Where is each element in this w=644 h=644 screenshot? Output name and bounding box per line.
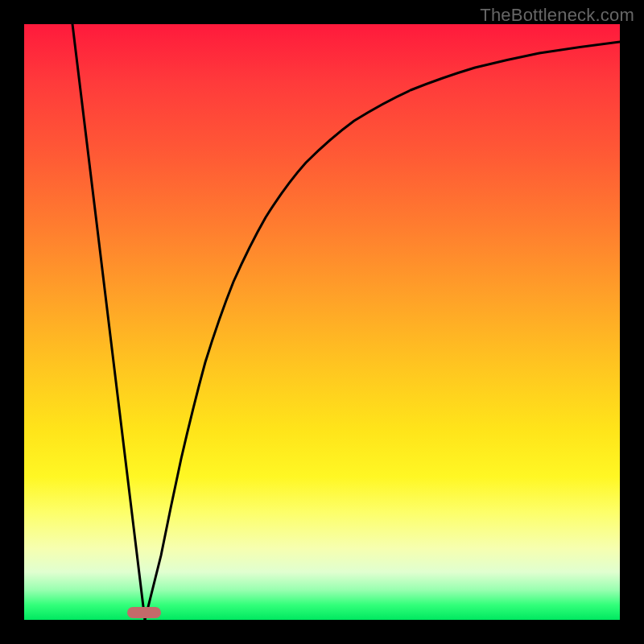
left-line-path bbox=[72, 24, 145, 620]
optimum-marker bbox=[127, 607, 161, 618]
curve-layer bbox=[24, 24, 620, 620]
watermark-text: TheBottleneck.com bbox=[480, 5, 634, 26]
plot-area bbox=[24, 24, 620, 620]
chart-frame: TheBottleneck.com bbox=[0, 0, 644, 644]
right-curve-path bbox=[145, 42, 620, 620]
